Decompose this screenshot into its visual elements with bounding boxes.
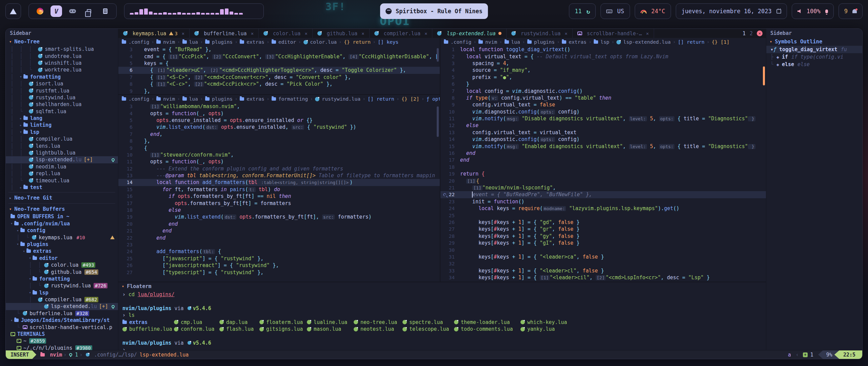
- tree-item-rustywind-lua[interactable]: │ │ rustywind.lua: [6, 94, 118, 101]
- tree-item-lsp[interactable]: ▾lsp: [6, 289, 118, 296]
- close-all-button[interactable]: ✕: [757, 30, 763, 36]
- folder-icon: [205, 97, 210, 101]
- close-icon[interactable]: ×: [182, 31, 184, 36]
- tree-item--c-n-l-plugins[interactable]: ›_~/.c/n/l/plugins#3980: [6, 345, 118, 350]
- code-line-21: 21 end: [118, 227, 440, 234]
- tree-item-lsp-extended-[interactable]: │ │ lsp-extended.lu[+]: [6, 156, 118, 163]
- clock-widget[interactable]: jueves, noviembre 16, 2023: [676, 3, 787, 19]
- tree-item-worktree-lua[interactable]: │ │ └ worktree.lua: [6, 66, 118, 73]
- line-number: 26: [118, 263, 138, 268]
- workspace-windows[interactable]: [83, 5, 95, 17]
- launcher-button[interactable]: [5, 3, 21, 19]
- tree-item-formatting[interactable]: ▾formatting: [6, 276, 118, 282]
- tree-item-extras[interactable]: ▾extras: [6, 248, 118, 255]
- media-widget[interactable]: Spiritbox - Rule Of Nines: [380, 3, 488, 19]
- tree-item-rustfmt-lua[interactable]: │ │ rustfmt.lua: [6, 87, 118, 94]
- tree-item-terminals[interactable]: ›_TERMINALS: [6, 331, 118, 338]
- editor-pane-color-lua[interactable]: .config›nvim›lua›plugins›extras›editor›c…: [118, 38, 440, 95]
- tree-item-juegos-indies-steamlibrary-st[interactable]: ▾Juegos/Indies/SteamLibrary/st: [6, 317, 118, 324]
- close-icon[interactable]: ×: [646, 31, 649, 36]
- visualizer-bar: [177, 12, 181, 15]
- notification-count: 9: [844, 8, 848, 15]
- tab-lsp-extended-lua[interactable]: lsp-extended.lua: [432, 29, 507, 38]
- symbol-item-if[interactable]: ├ ◈ifif type(config.vi: [766, 53, 862, 61]
- symbol-item-else[interactable]: └ ◈elseelse: [766, 61, 862, 68]
- close-icon[interactable]: ×: [361, 31, 364, 36]
- tabpage-2[interactable]: 2: [750, 30, 753, 37]
- tree-item-plugins[interactable]: ▾plugins: [6, 241, 118, 248]
- section-header-neo-tree-buffers[interactable]: ▾Neo-Tree Buffers: [6, 205, 118, 213]
- tree-item-lightbulb-lua[interactable]: │ │ lightbulb.lua: [6, 149, 118, 156]
- terminal[interactable]: › cd lua/plugins/nvim/lua/plugins via v5…: [118, 290, 766, 350]
- close-icon[interactable]: ×: [425, 31, 427, 36]
- symbols-outline-header[interactable]: ▾ Symbols Outline: [766, 38, 862, 46]
- workspace-docs[interactable]: [99, 5, 111, 17]
- editor-pane-rustywind-lua[interactable]: .config›nvim›lua›plugins›extras›formatti…: [118, 95, 440, 282]
- tab-github-lua[interactable]: github.lua×: [313, 29, 370, 38]
- section-header-neo-tree[interactable]: ▾Neo-Tree: [6, 38, 118, 46]
- tree-item-config[interactable]: ▾config: [6, 227, 118, 234]
- line-number: 8: [118, 81, 138, 87]
- tree-item-color-lua[interactable]: │ │ color.lua#493: [6, 262, 118, 268]
- tree-item-lsp[interactable]: │ ▾lsp: [6, 129, 118, 136]
- workspace-games[interactable]: [67, 5, 78, 17]
- workspace-nvim[interactable]: V: [51, 5, 62, 17]
- editor-pane-lsp-extended-lua[interactable]: .config›nvim›lua›plugins›extras›lsp›lsp-…: [440, 38, 766, 282]
- tab-compiler-lua[interactable]: compiler.lua×: [370, 29, 433, 38]
- notifications-widget[interactable]: 9: [839, 3, 863, 19]
- visualizer-bar: [173, 13, 176, 15]
- tree-item-lang[interactable]: │ ▸lang: [6, 115, 118, 122]
- now-playing-label: Spiritbox - Rule Of Nines: [396, 8, 482, 15]
- code-line-33: 33 keys[#keys + 1] = { "<leader>cl", fal…: [440, 267, 766, 274]
- tab-keymaps-lua[interactable]: keymaps.lua3×: [118, 29, 190, 38]
- tree-item-keymaps-lua[interactable]: │ └ keymaps.lua#10: [6, 234, 118, 241]
- workspace-firefox[interactable]: [34, 5, 46, 17]
- weather-widget[interactable]: 24°C: [635, 3, 671, 19]
- tree-item-editor[interactable]: ▾editor: [6, 255, 118, 262]
- scrollbar-handle[interactable]: [437, 106, 439, 137]
- tree-item-compiler-lua[interactable]: │ │ compiler.lua: [6, 136, 118, 142]
- tree-item-neodim-lua[interactable]: │ │ neodim.lua: [6, 163, 118, 170]
- audio-widget[interactable]: 100%: [792, 3, 834, 19]
- tab-scrollbar-handle-[interactable]: scrollbar-handle-…×: [573, 29, 654, 38]
- tree-item-scrollbar-handle-vertical-p[interactable]: └ scrollbar-handle-vertical.p: [6, 324, 118, 330]
- scrollbar-handle[interactable]: [763, 66, 765, 85]
- line-number: 23: [118, 242, 138, 247]
- tabpage-1[interactable]: 1: [743, 30, 746, 37]
- git-branch[interactable]: nvim: [50, 352, 62, 358]
- floaterm-header[interactable]: ▾ Floaterm: [118, 282, 766, 290]
- keyboard-layout-widget[interactable]: US: [600, 3, 630, 19]
- tab-bufferline-lua[interactable]: bufferline.lua×: [190, 29, 259, 38]
- tree-item-bufferline-lua[interactable]: └ bufferline.lua#328: [6, 310, 118, 317]
- close-icon[interactable]: ×: [304, 31, 307, 36]
- tree-item-lsp-extended-[interactable]: │ └ lsp-extended.lu[+]: [6, 303, 118, 310]
- tree-item-smart-splits-lua[interactable]: │ │ │ smart-splits.lua: [6, 46, 118, 53]
- tab-rustywind-lua[interactable]: rustywind.lua×: [507, 29, 573, 38]
- tree-item-linting[interactable]: │ ▸linting: [6, 122, 118, 128]
- tree-item-github-lua[interactable]: │ └ github.lua#654: [6, 268, 118, 275]
- tree-item-rustywind-lua[interactable]: │ └ rustywind.lua#726: [6, 282, 118, 289]
- tree-item-compiler-lua[interactable]: │ compiler.lua#682: [6, 296, 118, 303]
- tree-item-test[interactable]: │ ▸test: [6, 184, 118, 191]
- updates-widget[interactable]: 11↻: [569, 3, 596, 19]
- tree-item-formatting[interactable]: │ ▾formatting: [6, 74, 118, 80]
- tree-item-repl-lua[interactable]: │ │ repl.lua: [6, 170, 118, 177]
- tree-item-label: Juegos/Indies/SteamLibrary/st: [21, 317, 110, 323]
- close-icon[interactable]: ×: [565, 31, 567, 36]
- tree-item-shellharden-lua[interactable]: │ │ shellharden.lua: [6, 101, 118, 108]
- tree-item-undotree-lua[interactable]: │ │ │ undotree.lua: [6, 53, 118, 59]
- lua-icon: [188, 306, 191, 310]
- tree-item-lens-lua[interactable]: │ │ lens.lua: [6, 142, 118, 149]
- symbol-item-toggle_diag_virtext[interactable]: ▾ƒtoggle_diag_virtextfu: [766, 46, 862, 53]
- section-header-neo-tree-git[interactable]: ▸Neo-Tree Git: [6, 194, 118, 202]
- close-icon[interactable]: ×: [251, 31, 254, 36]
- tree-item-open-buffers-in-[interactable]: OPEN BUFFERS in ~: [6, 213, 118, 220]
- scrollbar-handle[interactable]: [437, 48, 439, 62]
- tree-item--[interactable]: ›_~#2859: [6, 338, 118, 344]
- tab-color-lua[interactable]: color.lua×: [259, 29, 313, 38]
- tree-item--config-nvim-lua[interactable]: ▾.config/nvim/lua: [6, 220, 118, 227]
- tree-item-timeout-lua[interactable]: │ └ timeout.lua: [6, 177, 118, 184]
- tree-item-isort-lua[interactable]: │ │ isort.lua: [6, 80, 118, 87]
- tree-item-sqlfmt-lua[interactable]: │ └ sqlfmt.lua: [6, 108, 118, 115]
- tree-item-winshift-lua[interactable]: │ │ │ winshift.lua: [6, 60, 118, 66]
